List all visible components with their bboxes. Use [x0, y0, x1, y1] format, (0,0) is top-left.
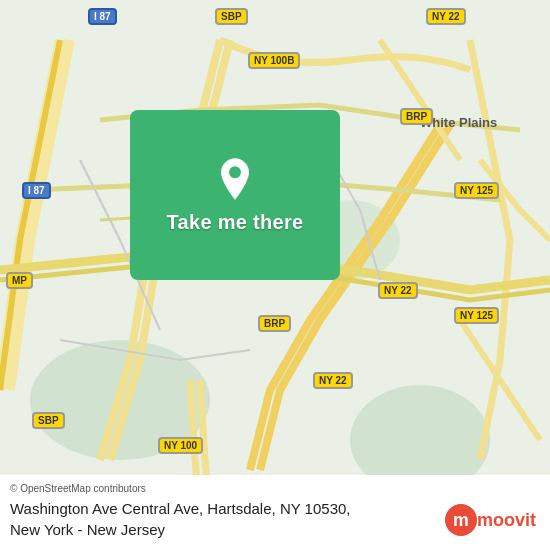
svg-text:m: m [453, 510, 469, 530]
highway-label-ny125-bot: NY 125 [454, 307, 499, 324]
highway-label-ny100b: NY 100B [248, 52, 300, 69]
svg-point-3 [229, 166, 241, 178]
moovit-text: moovit [477, 510, 536, 531]
highway-label-i87-top: I 87 [88, 8, 117, 25]
highway-label-i87-mid: I 87 [22, 182, 51, 199]
highway-label-mp: MP [6, 272, 33, 289]
highway-label-ny100-bot: NY 100 [158, 437, 203, 454]
highway-label-ny22-mid: NY 22 [378, 282, 418, 299]
take-me-there-button[interactable]: Take me there [130, 110, 340, 280]
highway-label-sbp-bot: SBP [32, 412, 65, 429]
map-container: White Plains I 87 SBP NY 22 NY 100B BRP … [0, 0, 550, 550]
moovit-logo: m moovit [445, 504, 540, 536]
highway-label-brp-right: BRP [400, 108, 433, 125]
osm-credit: © OpenStreetMap contributors [10, 483, 540, 494]
location-pin-icon [213, 157, 257, 201]
highway-label-sbp-top: SBP [215, 8, 248, 25]
moovit-icon: m [445, 504, 477, 536]
bottom-info-bar: © OpenStreetMap contributors Washington … [0, 475, 550, 550]
highway-label-ny22-bot: NY 22 [313, 372, 353, 389]
highway-label-ny125-top: NY 125 [454, 182, 499, 199]
highway-label-ny22-top: NY 22 [426, 8, 466, 25]
take-me-there-label: Take me there [167, 211, 304, 234]
highway-label-brp-mid: BRP [258, 315, 291, 332]
